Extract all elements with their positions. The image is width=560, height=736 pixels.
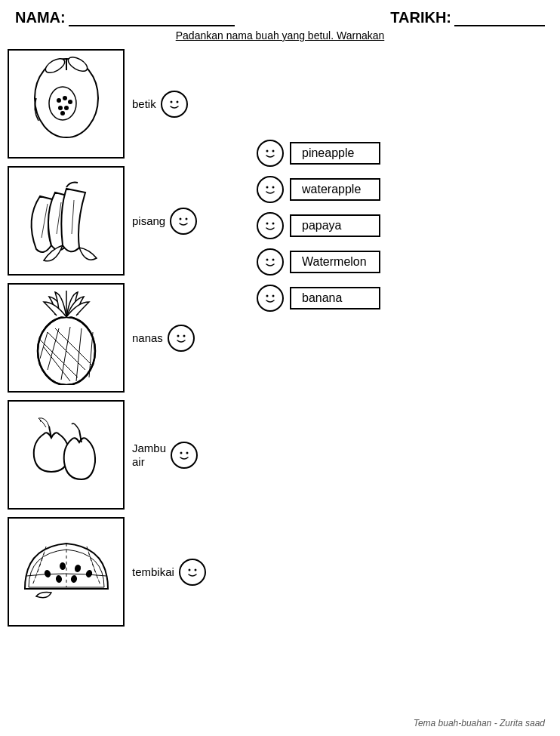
answer-box-watermelon[interactable]: Watermelon [290, 251, 380, 273]
watermelon-svg [17, 525, 115, 619]
svg-point-16 [180, 217, 182, 220]
answer-box-waterapple[interactable]: waterapple [290, 178, 380, 201]
left-column: betik [8, 49, 249, 627]
smiley-face-icon [165, 95, 183, 113]
answer-smiley-papaya[interactable] [257, 212, 284, 239]
answer-text-papaya: papaya [302, 219, 342, 232]
svg-point-45 [272, 150, 275, 152]
answer-smiley-watermelon[interactable] [257, 248, 284, 276]
smiley-face-icon [183, 563, 202, 581]
svg-point-33 [180, 451, 183, 454]
smiley-face-icon [261, 289, 279, 307]
papaya-svg [17, 57, 115, 151]
svg-point-47 [272, 186, 275, 189]
svg-point-50 [266, 259, 269, 261]
svg-point-17 [186, 217, 188, 220]
tembikai-text: tembikai [132, 565, 174, 578]
svg-point-49 [272, 223, 275, 225]
svg-point-30 [183, 334, 185, 337]
svg-point-4 [68, 100, 72, 104]
answer-option-papaya: papaya [257, 212, 453, 239]
betik-smiley[interactable] [161, 91, 188, 118]
fruit-image-nanas [8, 283, 125, 393]
subtitle: Padankan nama buah yang betul. Warnakan [0, 29, 560, 42]
footer-credit: Tema buah-buahan - Zurita saad [414, 718, 545, 728]
smiley-face-icon [175, 446, 193, 464]
answer-box-pineapple[interactable]: pineapple [290, 142, 380, 165]
betik-text: betik [132, 97, 156, 110]
smiley-face-icon [261, 217, 279, 235]
tembikai-label: tembikai [132, 559, 206, 586]
pisang-label: pisang [132, 208, 197, 235]
fruit-image-tembikai [8, 517, 125, 627]
answer-smiley-pineapple[interactable] [257, 140, 284, 167]
pisang-smiley[interactable] [170, 208, 197, 235]
fruit-row-pisang: pisang [8, 166, 249, 276]
svg-point-34 [186, 451, 189, 454]
right-column: pineapple waterapple [257, 49, 453, 627]
jambu-text-line2: air [132, 455, 166, 469]
guava-svg [17, 408, 115, 502]
svg-point-43 [194, 568, 196, 571]
fruit-row-tembikai: tembikai [8, 517, 249, 627]
svg-point-11 [170, 100, 172, 103]
svg-point-48 [266, 223, 269, 225]
header: NAMA: TARIKH: [0, 0, 560, 29]
smiley-face-icon [261, 180, 279, 199]
tembikai-smiley[interactable] [179, 559, 206, 586]
smiley-face-icon [172, 329, 190, 347]
nama-label: NAMA: [15, 9, 66, 26]
smiley-face-icon [261, 253, 279, 271]
pisang-text: pisang [132, 214, 165, 227]
jambu-label: Jambu air [132, 442, 198, 469]
answer-option-watermelon: Watermelon [257, 248, 453, 276]
pineapple-svg [17, 291, 115, 385]
svg-point-12 [176, 100, 178, 103]
fruit-image-jambu [8, 400, 125, 510]
jambu-smiley[interactable] [171, 442, 198, 469]
main-content: betik [0, 49, 560, 627]
nanas-text: nanas [132, 331, 163, 344]
answer-option-pineapple: pineapple [257, 140, 453, 167]
nama-section: NAMA: [15, 9, 235, 26]
fruit-row-jambu: Jambu air [8, 400, 249, 510]
betik-label: betik [132, 91, 188, 118]
fruit-image-betik [8, 49, 125, 159]
answer-text-watermelon: Watermelon [302, 255, 367, 268]
svg-point-53 [272, 295, 275, 297]
answer-text-banana: banana [302, 291, 342, 304]
smiley-face-icon [261, 144, 279, 162]
svg-point-29 [177, 334, 179, 337]
svg-point-5 [58, 106, 63, 110]
svg-point-42 [188, 568, 190, 571]
answer-box-banana[interactable]: banana [290, 287, 380, 309]
svg-point-51 [272, 259, 275, 261]
svg-point-6 [64, 106, 69, 110]
tarikh-section: TARIKH: [390, 9, 545, 26]
svg-point-7 [60, 111, 65, 115]
answer-smiley-waterapple[interactable] [257, 176, 284, 203]
svg-point-44 [266, 150, 269, 152]
jambu-text-line1: Jambu [132, 442, 166, 455]
svg-point-52 [266, 295, 269, 297]
nama-input-field[interactable] [69, 10, 235, 26]
answer-option-banana: banana [257, 285, 453, 312]
answer-box-papaya[interactable]: papaya [290, 214, 380, 237]
answer-text-waterapple: waterapple [302, 183, 361, 196]
nanas-smiley[interactable] [168, 325, 195, 352]
svg-point-46 [266, 186, 269, 189]
fruit-row-betik: betik [8, 49, 249, 159]
fruit-row-nanas: nanas [8, 283, 249, 393]
answer-smiley-banana[interactable] [257, 285, 284, 312]
tarikh-label: TARIKH: [390, 9, 451, 26]
answer-text-pineapple: pineapple [302, 146, 354, 159]
banana-svg [17, 174, 115, 268]
answer-option-waterapple: waterapple [257, 176, 453, 203]
svg-point-3 [63, 96, 67, 100]
fruit-image-pisang [8, 166, 125, 276]
tarikh-input-field[interactable] [454, 10, 545, 26]
smiley-face-icon [174, 212, 192, 230]
nanas-label: nanas [132, 325, 195, 352]
svg-point-2 [57, 98, 61, 103]
